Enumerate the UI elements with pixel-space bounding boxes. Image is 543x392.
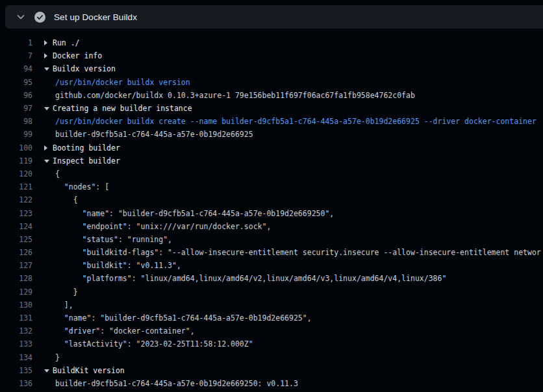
- log-line-row: 122 {: [0, 193, 543, 206]
- line-number[interactable]: 133: [0, 339, 32, 349]
- log-lines: 1Run ./7Docker info94Buildx version95/us…: [0, 36, 543, 390]
- line-number[interactable]: 99: [0, 130, 32, 139]
- triangle-right-icon[interactable]: [44, 40, 53, 45]
- command-text: /usr/bin/docker buildx create --name bui…: [44, 117, 537, 126]
- log-line-row: 95/usr/bin/docker buildx version: [0, 76, 543, 89]
- line-number[interactable]: 127: [0, 261, 32, 270]
- command-text: /usr/bin/docker buildx version: [44, 78, 190, 87]
- line-number[interactable]: 125: [0, 235, 32, 244]
- log-group-row[interactable]: 1Run ./: [0, 36, 543, 49]
- log-line-row: 127 "buildkit": "v0.11.3",: [0, 259, 543, 272]
- log-group-row[interactable]: 119Inspect builder: [0, 154, 543, 167]
- line-number[interactable]: 124: [0, 222, 32, 231]
- line-number[interactable]: 136: [0, 379, 32, 388]
- group-title: Creating a new builder instance: [53, 104, 192, 113]
- line-number[interactable]: 135: [0, 366, 32, 375]
- line-number[interactable]: 131: [0, 313, 32, 323]
- output-text: "nodes": [: [44, 182, 109, 191]
- step-title: Set up Docker Buildx: [54, 12, 137, 22]
- line-number[interactable]: 132: [0, 326, 32, 336]
- log-group-row[interactable]: 97Creating a new builder instance: [0, 102, 543, 115]
- output-text: ],: [44, 300, 73, 310]
- triangle-down-icon[interactable]: [44, 159, 53, 163]
- line-number[interactable]: 100: [0, 143, 32, 153]
- log-line-row: 132 "driver": "docker-container",: [0, 325, 543, 337]
- log-group-row[interactable]: 94Buildx version: [0, 62, 543, 75]
- log-group-row[interactable]: 7Docker info: [0, 49, 543, 62]
- chevron-down-icon[interactable]: [16, 12, 26, 22]
- line-number[interactable]: 120: [0, 169, 32, 178]
- triangle-down-icon[interactable]: [44, 67, 53, 71]
- line-number[interactable]: 123: [0, 209, 32, 218]
- log-line-row: 128 "platforms": "linux/amd64,linux/amd6…: [0, 272, 543, 285]
- output-text: }: [44, 353, 60, 362]
- line-number[interactable]: 121: [0, 182, 32, 191]
- output-text: "driver": "docker-container",: [44, 326, 195, 336]
- output-text: {: [44, 169, 60, 178]
- triangle-down-icon[interactable]: [44, 369, 53, 373]
- line-number[interactable]: 122: [0, 195, 32, 204]
- triangle-right-icon[interactable]: [44, 145, 53, 151]
- log-line-row: 126 "buildkitd-flags": "--allow-insecure…: [0, 246, 543, 259]
- log-line-row: 121 "nodes": [: [0, 180, 543, 193]
- log-line-row: 134}: [0, 351, 543, 364]
- log-line-row: 133 "lastActivity": "2023-02-25T11:58:12…: [0, 337, 543, 350]
- log-line-row: 99builder-d9cfb5a1-c764-445a-a57e-0b19d2…: [0, 128, 543, 141]
- log-line-row: 131 "name": "builder-d9cfb5a1-c764-445a-…: [0, 312, 543, 325]
- log-line-row: 120{: [0, 167, 543, 180]
- output-text: {: [44, 195, 78, 204]
- output-text: "platforms": "linux/amd64,linux/amd64/v2…: [44, 274, 446, 283]
- log-group-row[interactable]: 135BuildKit version: [0, 364, 543, 377]
- group-title: Run ./: [53, 38, 80, 47]
- log-line-row: 124 "endpoint": "unix:///var/run/docker.…: [0, 220, 543, 233]
- line-number[interactable]: 130: [0, 300, 32, 310]
- log-line-row: 98/usr/bin/docker buildx create --name b…: [0, 115, 543, 128]
- line-number[interactable]: 134: [0, 353, 32, 362]
- line-number[interactable]: 126: [0, 248, 32, 257]
- log-line-row: 123 "name": "builder-d9cfb5a1-c764-445a-…: [0, 206, 543, 219]
- step-header[interactable]: Set up Docker Buildx: [5, 5, 543, 29]
- log-line-row: 129 }: [0, 286, 543, 299]
- output-text: github.com/docker/buildx 0.10.3+azure-1 …: [44, 91, 415, 100]
- output-text: "buildkitd-flags": "--allow-insecure-ent…: [44, 248, 541, 257]
- group-title: BuildKit version: [53, 366, 125, 375]
- triangle-right-icon[interactable]: [44, 53, 53, 58]
- output-text: "name": "builder-d9cfb5a1-c764-445a-a57e…: [44, 313, 312, 323]
- output-text: "buildkit": "v0.11.3",: [44, 261, 181, 270]
- line-number[interactable]: 7: [0, 51, 32, 60]
- line-number[interactable]: 98: [0, 117, 32, 126]
- line-number[interactable]: 95: [0, 78, 32, 87]
- output-text: "status": "running",: [44, 235, 172, 244]
- line-number[interactable]: 96: [0, 91, 32, 100]
- log-line-row: 96github.com/docker/buildx 0.10.3+azure-…: [0, 89, 543, 102]
- group-title: Booting builder: [53, 143, 120, 153]
- output-text: "lastActivity": "2023-02-25T11:58:12.000…: [44, 339, 253, 349]
- output-text: builder-d9cfb5a1-c764-445a-a57e-0b19d2e6…: [44, 379, 298, 388]
- output-text: }: [44, 288, 78, 297]
- line-number[interactable]: 129: [0, 288, 32, 297]
- line-number[interactable]: 97: [0, 104, 32, 113]
- group-title: Docker info: [53, 51, 102, 60]
- log-line-row: 130 ],: [0, 299, 543, 312]
- log-group-row[interactable]: 100Booting builder: [0, 141, 543, 154]
- output-text: "name": "builder-d9cfb5a1-c764-445a-a57e…: [44, 209, 334, 218]
- group-title: Inspect builder: [53, 156, 120, 165]
- output-text: builder-d9cfb5a1-c764-445a-a57e-0b19d2e6…: [44, 130, 253, 139]
- check-circle-icon: [34, 12, 45, 23]
- line-number[interactable]: 1: [0, 38, 32, 47]
- line-number[interactable]: 119: [0, 156, 32, 165]
- line-number[interactable]: 94: [0, 64, 32, 73]
- group-title: Buildx version: [53, 64, 116, 73]
- log-line-row: 125 "status": "running",: [0, 233, 543, 246]
- triangle-down-icon[interactable]: [44, 106, 53, 110]
- actions-log-viewer: Set up Docker Buildx 1Run ./7Docker info…: [0, 0, 543, 392]
- line-number[interactable]: 128: [0, 274, 32, 283]
- log-line-row: 136builder-d9cfb5a1-c764-445a-a57e-0b19d…: [0, 377, 543, 390]
- output-text: "endpoint": "unix:///var/run/docker.sock…: [44, 222, 271, 231]
